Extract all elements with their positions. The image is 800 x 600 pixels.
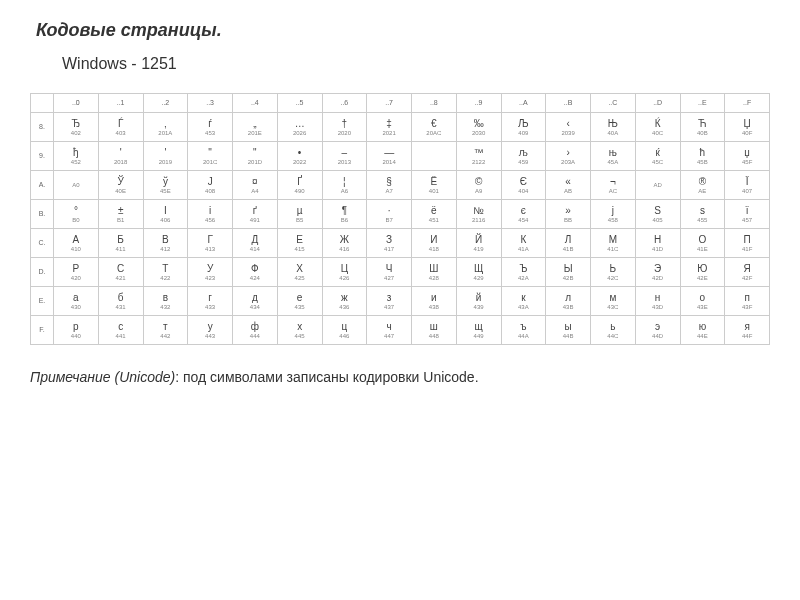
codepage-cell: Љ409 <box>501 113 546 142</box>
row-header: D. <box>31 258 54 287</box>
codepage-cell: ©A9 <box>456 171 501 200</box>
codepage-cell: а430 <box>54 287 99 316</box>
codepage-cell: В412 <box>143 229 188 258</box>
col-header: ..8 <box>412 94 457 113</box>
codepage-cell: Щ429 <box>456 258 501 287</box>
codepage-cell: ‚201A <box>143 113 188 142</box>
codepage-cell: Р420 <box>54 258 99 287</box>
codepage-cell: Ѕ405 <box>635 200 680 229</box>
codepage-cell: й439 <box>456 287 501 316</box>
codepage-cell: ю44E <box>680 316 725 345</box>
codepage-cell: ®AE <box>680 171 725 200</box>
codepage-cell: ·B7 <box>367 200 412 229</box>
codepage-cell: г433 <box>188 287 233 316</box>
codepage-cell: с441 <box>98 316 143 345</box>
codepage-cell: Э42D <box>635 258 680 287</box>
codepage-cell: ¬AC <box>591 171 636 200</box>
codepage-table: ..0..1..2..3..4..5..6..7..8..9..A..B..C.… <box>30 93 770 345</box>
codepage-cell: «AB <box>546 171 591 200</box>
codepage-cell: о43E <box>680 287 725 316</box>
codepage-cell: №2116 <box>456 200 501 229</box>
codepage-cell: §A7 <box>367 171 412 200</box>
codepage-cell: Ѓ403 <box>98 113 143 142</box>
codepage-cell: д434 <box>233 287 278 316</box>
codepage-cell: ѕ455 <box>680 200 725 229</box>
codepage-cell: Њ40A <box>591 113 636 142</box>
row-header: C. <box>31 229 54 258</box>
codepage-cell: в432 <box>143 287 188 316</box>
codepage-cell: э44D <box>635 316 680 345</box>
codepage-cell: ў45E <box>143 171 188 200</box>
codepage-cell: Ы42B <box>546 258 591 287</box>
codepage-cell: ч447 <box>367 316 412 345</box>
codepage-cell: ѓ453 <box>188 113 233 142</box>
row-header: E. <box>31 287 54 316</box>
codepage-cell: Ћ40B <box>680 113 725 142</box>
codepage-cell: ш448 <box>412 316 457 345</box>
codepage-cell: к43A <box>501 287 546 316</box>
col-header: ..B <box>546 94 591 113</box>
col-header: ..7 <box>367 94 412 113</box>
codepage-cell: ‡2021 <box>367 113 412 142</box>
codepage-cell: Л41B <box>546 229 591 258</box>
codepage-cell: Ў40E <box>98 171 143 200</box>
codepage-cell: О41E <box>680 229 725 258</box>
codepage-cell: ›203A <box>546 142 591 171</box>
row-header: 9. <box>31 142 54 171</box>
codepage-cell: п43F <box>725 287 770 316</box>
codepage-cell: '2019 <box>143 142 188 171</box>
col-header: ..2 <box>143 94 188 113</box>
codepage-cell: ј458 <box>591 200 636 229</box>
codepage-cell: Ї407 <box>725 171 770 200</box>
codepage-cell: І406 <box>143 200 188 229</box>
page-title: Кодовые страницы. <box>36 20 770 41</box>
codepage-cell: з437 <box>367 287 412 316</box>
codepage-cell: Џ40F <box>725 113 770 142</box>
codepage-cell: т442 <box>143 316 188 345</box>
row-header: B. <box>31 200 54 229</box>
codepage-cell: ™2122 <box>456 142 501 171</box>
col-header: ..1 <box>98 94 143 113</box>
codepage-cell: Ю42E <box>680 258 725 287</box>
codepage-cell: љ459 <box>501 142 546 171</box>
codepage-cell: »BB <box>546 200 591 229</box>
row-header: A. <box>31 171 54 200</box>
codepage-cell: є454 <box>501 200 546 229</box>
codepage-cell: –2013 <box>322 142 367 171</box>
col-header: ..F <box>725 94 770 113</box>
codepage-cell: ‰2030 <box>456 113 501 142</box>
codepage-cell: ф444 <box>233 316 278 345</box>
codepage-cell: њ45A <box>591 142 636 171</box>
col-header: ..3 <box>188 94 233 113</box>
col-header: ..A <box>501 94 546 113</box>
subtitle: Windows - 1251 <box>62 55 770 73</box>
codepage-cell: Ќ40C <box>635 113 680 142</box>
codepage-cell: С421 <box>98 258 143 287</box>
codepage-cell: б431 <box>98 287 143 316</box>
codepage-cell: Н41D <box>635 229 680 258</box>
codepage-cell: ь44C <box>591 316 636 345</box>
codepage-cell: і456 <box>188 200 233 229</box>
codepage-cell: Ш428 <box>412 258 457 287</box>
codepage-cell: ї457 <box>725 200 770 229</box>
codepage-cell: "201D <box>233 142 278 171</box>
codepage-cell: ё451 <box>412 200 457 229</box>
codepage-cell: µB5 <box>277 200 322 229</box>
codepage-cell: ±B1 <box>98 200 143 229</box>
codepage-cell: Ґ490 <box>277 171 322 200</box>
codepage-cell: П41F <box>725 229 770 258</box>
codepage-cell: Ј408 <box>188 171 233 200</box>
codepage-cell: •2022 <box>277 142 322 171</box>
codepage-cell: ќ45C <box>635 142 680 171</box>
codepage-cell: '2018 <box>98 142 143 171</box>
codepage-cell: я44F <box>725 316 770 345</box>
col-header: ..E <box>680 94 725 113</box>
codepage-cell: М41C <box>591 229 636 258</box>
codepage-cell: Ч427 <box>367 258 412 287</box>
codepage-cell: "201C <box>188 142 233 171</box>
codepage-cell: Ж416 <box>322 229 367 258</box>
col-header: ..0 <box>54 94 99 113</box>
codepage-cell: щ449 <box>456 316 501 345</box>
codepage-cell: џ45F <box>725 142 770 171</box>
codepage-cell: ґ491 <box>233 200 278 229</box>
